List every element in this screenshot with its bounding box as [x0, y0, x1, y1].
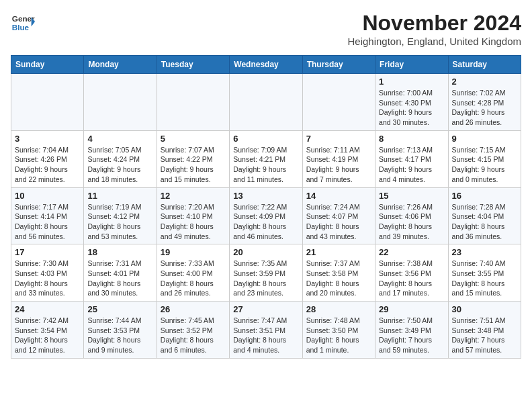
- day-number: 20: [233, 247, 298, 257]
- calendar-week-row: 1Sunrise: 7:00 AM Sunset: 4:30 PM Daylig…: [11, 74, 521, 131]
- day-info: Sunrise: 7:19 AM Sunset: 4:12 PM Dayligh…: [87, 202, 152, 242]
- calendar-cell: 18Sunrise: 7:31 AM Sunset: 4:01 PM Dayli…: [84, 244, 157, 302]
- svg-text:Blue: Blue: [12, 23, 30, 32]
- page-header: General Blue November 2024 Heighington, …: [11, 11, 521, 47]
- day-number: 15: [379, 191, 444, 201]
- day-number: 2: [452, 77, 517, 87]
- day-info: Sunrise: 7:09 AM Sunset: 4:21 PM Dayligh…: [233, 145, 298, 185]
- calendar-header-row: SundayMondayTuesdayWednesdayThursdayFrid…: [11, 56, 521, 74]
- day-info: Sunrise: 7:24 AM Sunset: 4:07 PM Dayligh…: [306, 202, 371, 242]
- day-info: Sunrise: 7:42 AM Sunset: 3:54 PM Dayligh…: [15, 316, 80, 355]
- calendar-cell: 27Sunrise: 7:47 AM Sunset: 3:51 PM Dayli…: [230, 302, 302, 359]
- day-info: Sunrise: 7:38 AM Sunset: 3:56 PM Dayligh…: [379, 259, 444, 298]
- day-number: 19: [161, 247, 226, 257]
- day-number: 1: [379, 77, 444, 87]
- title-area: November 2024 Heighington, England, Unit…: [347, 11, 521, 47]
- calendar-cell: 7Sunrise: 7:11 AM Sunset: 4:19 PM Daylig…: [302, 130, 375, 187]
- weekday-header-wednesday: Wednesday: [230, 56, 302, 74]
- weekday-header-monday: Monday: [84, 56, 157, 74]
- day-info: Sunrise: 7:50 AM Sunset: 3:49 PM Dayligh…: [379, 316, 444, 355]
- day-info: Sunrise: 7:44 AM Sunset: 3:53 PM Dayligh…: [87, 316, 152, 355]
- weekday-header-thursday: Thursday: [302, 56, 375, 74]
- day-info: Sunrise: 7:04 AM Sunset: 4:26 PM Dayligh…: [15, 145, 80, 185]
- calendar-cell: 5Sunrise: 7:07 AM Sunset: 4:22 PM Daylig…: [157, 130, 229, 187]
- calendar-cell: 26Sunrise: 7:45 AM Sunset: 3:52 PM Dayli…: [157, 302, 229, 359]
- calendar-week-row: 10Sunrise: 7:17 AM Sunset: 4:14 PM Dayli…: [11, 187, 521, 244]
- day-number: 6: [233, 134, 298, 144]
- calendar-cell: 23Sunrise: 7:40 AM Sunset: 3:55 PM Dayli…: [448, 244, 521, 302]
- calendar-week-row: 3Sunrise: 7:04 AM Sunset: 4:26 PM Daylig…: [11, 130, 521, 187]
- calendar-week-row: 17Sunrise: 7:30 AM Sunset: 4:03 PM Dayli…: [11, 244, 521, 302]
- day-number: 30: [452, 304, 517, 314]
- day-number: 8: [379, 134, 444, 144]
- day-number: 3: [15, 134, 80, 144]
- calendar-cell: 12Sunrise: 7:20 AM Sunset: 4:10 PM Dayli…: [157, 187, 229, 244]
- day-info: Sunrise: 7:31 AM Sunset: 4:01 PM Dayligh…: [87, 259, 152, 298]
- day-info: Sunrise: 7:13 AM Sunset: 4:17 PM Dayligh…: [379, 145, 444, 185]
- day-number: 22: [379, 247, 444, 257]
- day-info: Sunrise: 7:47 AM Sunset: 3:51 PM Dayligh…: [233, 316, 298, 355]
- day-info: Sunrise: 7:51 AM Sunset: 3:48 PM Dayligh…: [452, 316, 517, 355]
- day-info: Sunrise: 7:45 AM Sunset: 3:52 PM Dayligh…: [161, 316, 226, 355]
- calendar-cell: 16Sunrise: 7:28 AM Sunset: 4:04 PM Dayli…: [448, 187, 521, 244]
- weekday-header-friday: Friday: [375, 56, 448, 74]
- calendar-cell: 25Sunrise: 7:44 AM Sunset: 3:53 PM Dayli…: [84, 302, 157, 359]
- calendar-cell: 9Sunrise: 7:15 AM Sunset: 4:15 PM Daylig…: [448, 130, 521, 187]
- day-number: 5: [161, 134, 226, 144]
- day-number: 23: [452, 247, 517, 257]
- calendar-cell: 3Sunrise: 7:04 AM Sunset: 4:26 PM Daylig…: [11, 130, 84, 187]
- day-number: 14: [306, 191, 371, 201]
- day-info: Sunrise: 7:00 AM Sunset: 4:30 PM Dayligh…: [379, 88, 444, 128]
- calendar-cell: 4Sunrise: 7:05 AM Sunset: 4:24 PM Daylig…: [84, 130, 157, 187]
- day-number: 26: [161, 304, 226, 314]
- calendar-cell: 19Sunrise: 7:33 AM Sunset: 4:00 PM Dayli…: [157, 244, 229, 302]
- day-number: 12: [161, 191, 226, 201]
- calendar-cell: 1Sunrise: 7:00 AM Sunset: 4:30 PM Daylig…: [375, 74, 448, 131]
- day-number: 18: [87, 247, 152, 257]
- day-info: Sunrise: 7:02 AM Sunset: 4:28 PM Dayligh…: [452, 88, 517, 128]
- day-info: Sunrise: 7:35 AM Sunset: 3:59 PM Dayligh…: [233, 259, 298, 298]
- day-info: Sunrise: 7:48 AM Sunset: 3:50 PM Dayligh…: [306, 316, 371, 355]
- weekday-header-tuesday: Tuesday: [157, 56, 229, 74]
- day-info: Sunrise: 7:26 AM Sunset: 4:06 PM Dayligh…: [379, 202, 444, 242]
- day-info: Sunrise: 7:22 AM Sunset: 4:09 PM Dayligh…: [233, 202, 298, 242]
- day-number: 27: [233, 304, 298, 314]
- day-number: 16: [452, 191, 517, 201]
- day-number: 29: [379, 304, 444, 314]
- logo: General Blue: [11, 11, 35, 35]
- calendar-cell: 2Sunrise: 7:02 AM Sunset: 4:28 PM Daylig…: [448, 74, 521, 131]
- calendar-cell: 28Sunrise: 7:48 AM Sunset: 3:50 PM Dayli…: [302, 302, 375, 359]
- day-number: 11: [87, 191, 152, 201]
- calendar-cell: 15Sunrise: 7:26 AM Sunset: 4:06 PM Dayli…: [375, 187, 448, 244]
- day-info: Sunrise: 7:11 AM Sunset: 4:19 PM Dayligh…: [306, 145, 371, 185]
- calendar-cell: [157, 74, 229, 131]
- calendar-cell: 6Sunrise: 7:09 AM Sunset: 4:21 PM Daylig…: [230, 130, 302, 187]
- calendar-cell: 21Sunrise: 7:37 AM Sunset: 3:58 PM Dayli…: [302, 244, 375, 302]
- day-info: Sunrise: 7:33 AM Sunset: 4:00 PM Dayligh…: [161, 259, 226, 298]
- calendar-cell: 10Sunrise: 7:17 AM Sunset: 4:14 PM Dayli…: [11, 187, 84, 244]
- calendar-cell: 11Sunrise: 7:19 AM Sunset: 4:12 PM Dayli…: [84, 187, 157, 244]
- day-info: Sunrise: 7:28 AM Sunset: 4:04 PM Dayligh…: [452, 202, 517, 242]
- day-number: 17: [15, 247, 80, 257]
- day-info: Sunrise: 7:20 AM Sunset: 4:10 PM Dayligh…: [161, 202, 226, 242]
- weekday-header-saturday: Saturday: [448, 56, 521, 74]
- day-number: 25: [87, 304, 152, 314]
- day-number: 4: [87, 134, 152, 144]
- day-info: Sunrise: 7:07 AM Sunset: 4:22 PM Dayligh…: [161, 145, 226, 185]
- day-number: 9: [452, 134, 517, 144]
- calendar-cell: 14Sunrise: 7:24 AM Sunset: 4:07 PM Dayli…: [302, 187, 375, 244]
- day-number: 13: [233, 191, 298, 201]
- calendar-table: SundayMondayTuesdayWednesdayThursdayFrid…: [11, 55, 521, 359]
- day-info: Sunrise: 7:37 AM Sunset: 3:58 PM Dayligh…: [306, 259, 371, 298]
- calendar-cell: 29Sunrise: 7:50 AM Sunset: 3:49 PM Dayli…: [375, 302, 448, 359]
- day-number: 24: [15, 304, 80, 314]
- calendar-cell: [84, 74, 157, 131]
- day-number: 7: [306, 134, 371, 144]
- calendar-cell: 30Sunrise: 7:51 AM Sunset: 3:48 PM Dayli…: [448, 302, 521, 359]
- day-info: Sunrise: 7:05 AM Sunset: 4:24 PM Dayligh…: [87, 145, 152, 185]
- day-number: 21: [306, 247, 371, 257]
- calendar-cell: [11, 74, 84, 131]
- day-info: Sunrise: 7:17 AM Sunset: 4:14 PM Dayligh…: [15, 202, 80, 242]
- calendar-cell: 13Sunrise: 7:22 AM Sunset: 4:09 PM Dayli…: [230, 187, 302, 244]
- calendar-cell: 24Sunrise: 7:42 AM Sunset: 3:54 PM Dayli…: [11, 302, 84, 359]
